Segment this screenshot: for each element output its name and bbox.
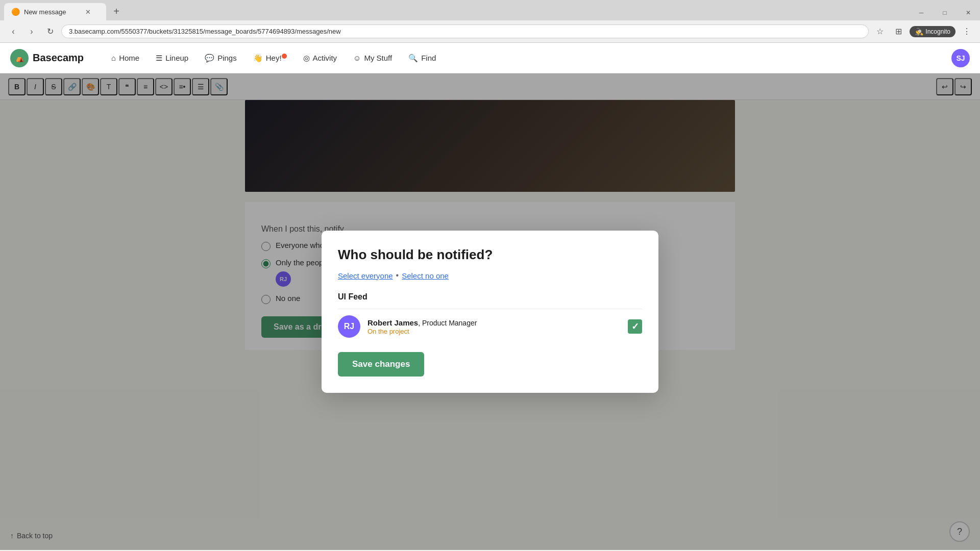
nav-lineup[interactable]: ☰ Lineup <box>149 49 195 67</box>
person-info: Robert James, Product Manager On the pro… <box>368 318 621 335</box>
person-avatar: RJ <box>338 315 360 338</box>
section-label: UI Feed <box>338 292 642 302</box>
bookmark-icon[interactable]: ☆ <box>873 24 887 39</box>
tab-close-icon[interactable]: ✕ <box>85 8 91 16</box>
lineup-icon: ☰ <box>156 54 162 63</box>
my-stuff-icon: ☺ <box>353 54 361 62</box>
main-nav: ⌂ Home ☰ Lineup 💬 Pings 👋 Hey! ◎ Activit… <box>104 49 951 67</box>
logo-icon: ⛺ <box>10 49 29 67</box>
person-name-role: Robert James, Product Manager <box>368 318 621 328</box>
nav-find[interactable]: 🔍 Find <box>401 49 443 67</box>
user-avatar[interactable]: SJ <box>951 49 970 67</box>
home-icon: ⌂ <box>111 54 116 62</box>
close-window-button[interactable]: ✕ <box>957 5 980 20</box>
logo[interactable]: ⛺ Basecamp <box>10 49 84 67</box>
nav-my-stuff[interactable]: ☺ My Stuff <box>346 49 399 67</box>
back-button[interactable]: ‹ <box>6 24 20 39</box>
select-everyone-link[interactable]: Select everyone <box>338 271 393 280</box>
sidebar-toggle-icon[interactable]: ⊞ <box>891 24 905 39</box>
active-tab[interactable]: 🟠 New message ✕ <box>4 3 106 20</box>
person-row: RJ Robert James, Product Manager On the … <box>338 309 642 344</box>
person-project: On the project <box>368 328 621 335</box>
tab-favicon: 🟠 <box>11 8 20 16</box>
modal-quick-links: Select everyone • Select no one <box>338 271 642 280</box>
person-checkbox[interactable] <box>628 319 642 334</box>
modal-title: Who should be notified? <box>338 247 642 263</box>
select-no-one-link[interactable]: Select no one <box>402 271 449 280</box>
pings-icon: 💬 <box>205 54 214 63</box>
nav-home[interactable]: ⌂ Home <box>104 49 146 67</box>
incognito-badge: 🕵 Incognito <box>910 26 955 37</box>
url-text: 3.basecamp.com/5550377/buckets/31325815/… <box>69 28 861 35</box>
new-tab-button[interactable]: + <box>109 4 124 18</box>
person-role: , Product Manager <box>418 319 477 327</box>
save-changes-button[interactable]: Save changes <box>338 352 424 377</box>
link-separator: • <box>396 271 399 280</box>
main-content: B I S 🔗 🎨 T ❝ ≡ <> ≡• ☰ 📎 ↩ ↪ When I pos… <box>0 73 980 550</box>
person-name: Robert James <box>368 318 418 327</box>
hey-notification-badge <box>282 54 287 59</box>
hey-icon: 👋 <box>253 54 263 63</box>
notification-modal: Who should be notified? Select everyone … <box>322 231 658 393</box>
app-header: ⛺ Basecamp ⌂ Home ☰ Lineup 💬 Pings 👋 Hey… <box>0 43 980 73</box>
refresh-button[interactable]: ↻ <box>43 24 57 39</box>
maximize-button[interactable]: □ <box>933 5 957 20</box>
nav-activity[interactable]: ◎ Activity <box>296 49 345 67</box>
tab-title: New message <box>24 8 66 16</box>
nav-hey[interactable]: 👋 Hey! <box>246 49 294 67</box>
address-bar[interactable]: 3.basecamp.com/5550377/buckets/31325815/… <box>61 24 869 38</box>
forward-button[interactable]: › <box>24 24 39 39</box>
menu-button[interactable]: ⋮ <box>960 24 974 39</box>
minimize-button[interactable]: ─ <box>910 5 933 20</box>
find-icon: 🔍 <box>408 54 418 63</box>
nav-pings[interactable]: 💬 Pings <box>198 49 244 67</box>
activity-icon: ◎ <box>303 54 310 63</box>
modal-section: UI Feed RJ Robert James, Product Manager… <box>338 292 642 344</box>
